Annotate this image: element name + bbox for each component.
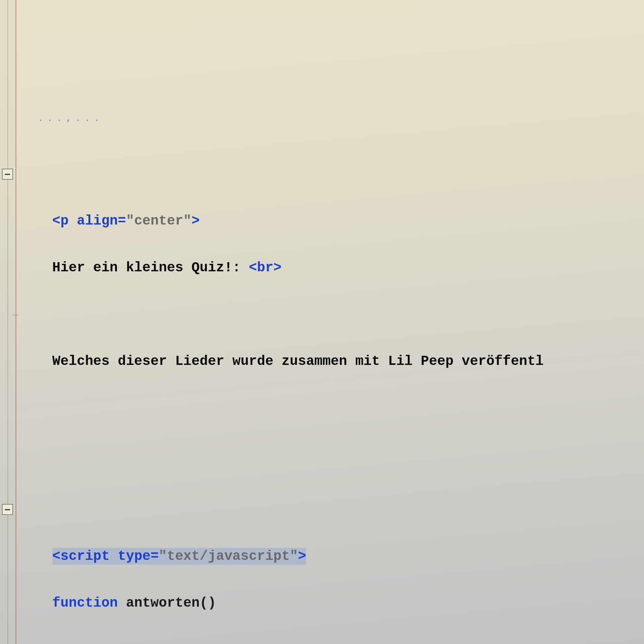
tag-br: <br>: [249, 260, 282, 276]
fold-minus-icon[interactable]: −: [2, 504, 13, 515]
tag-close: >: [298, 548, 306, 564]
code-line[interactable]: Hier ein kleines Quiz!: <br>: [0, 233, 644, 256]
text-content: Hier ein kleines Quiz!:: [52, 260, 249, 276]
code-line[interactable]: − {: [0, 638, 644, 644]
code-line[interactable]: − <script type="text/javascript">: [0, 498, 644, 521]
attr-value: "text/javascript": [159, 548, 298, 564]
code-line[interactable]: − <p align="center">: [0, 162, 644, 186]
code-fragment: . . . , . . .: [38, 114, 99, 123]
tag-open: <script: [52, 548, 109, 564]
tag-close: >: [191, 213, 200, 229]
code-line-empty[interactable]: [0, 428, 644, 451]
fold-dash-icon: [12, 315, 18, 315]
code-line[interactable]: . . . , . . .: [0, 109, 644, 116]
text-content: Welches dieser Lieder wurde zusammen mit…: [52, 354, 544, 369]
attr-name: align=: [69, 213, 126, 229]
function-name: antworten(): [118, 595, 216, 611]
keyword: function: [52, 595, 118, 611]
code-editor[interactable]: . . . , . . . − <p align="center"> Hier …: [0, 0, 644, 644]
code-line[interactable]: Welches dieser Lieder wurde zusammen mit…: [0, 303, 644, 326]
code-line[interactable]: function antworten(): [0, 568, 644, 591]
attr-value: "center": [126, 213, 192, 229]
code-line-empty[interactable]: [0, 373, 644, 396]
tag-open: <p: [52, 213, 69, 229]
attr-name: type=: [109, 548, 159, 564]
fold-minus-icon[interactable]: −: [2, 169, 13, 180]
